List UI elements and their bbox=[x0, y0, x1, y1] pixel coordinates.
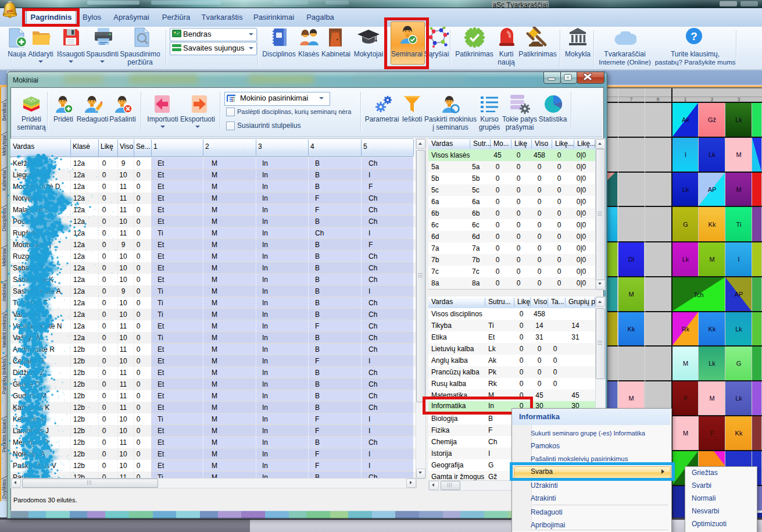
svg-text:?: ? bbox=[691, 30, 697, 42]
